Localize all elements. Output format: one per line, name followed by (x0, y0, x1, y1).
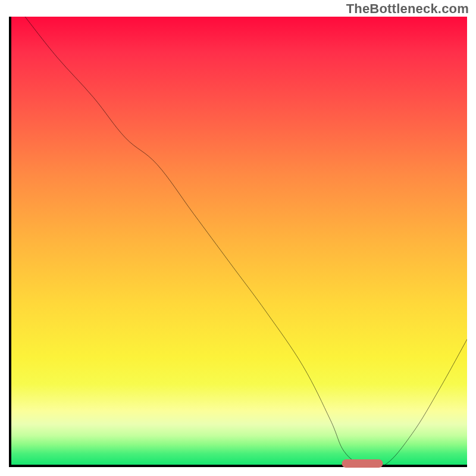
bottleneck-curve (11, 17, 467, 465)
watermark-text: TheBottleneck.com (346, 1, 469, 17)
chart-stage: TheBottleneck.com (0, 0, 476, 476)
optimal-marker (342, 459, 383, 468)
plot-frame (9, 17, 467, 467)
